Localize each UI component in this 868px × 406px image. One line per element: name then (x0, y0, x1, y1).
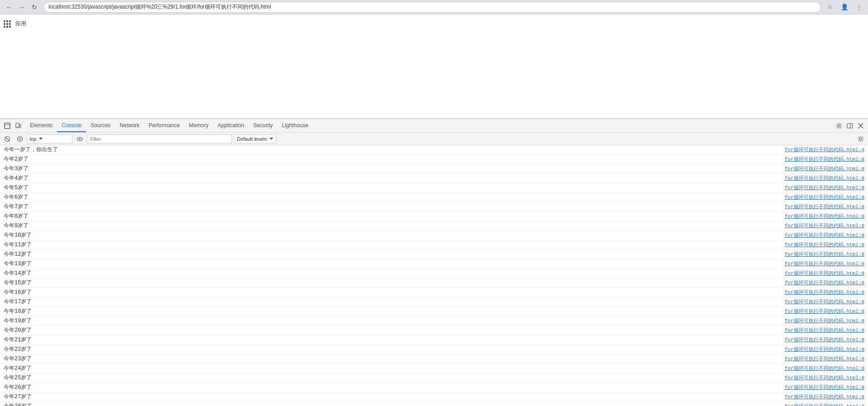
device-toggle-button[interactable] (13, 120, 24, 131)
filter-icon-button[interactable] (14, 134, 25, 144)
console-source-link[interactable]: for循环可执行不同的代码.html:8 (785, 402, 864, 406)
console-source-link[interactable]: for循环可执行不同的代码.html:8 (785, 250, 864, 258)
console-message-text: 今年21岁了 (4, 336, 777, 344)
tab-sources[interactable]: Sources (86, 119, 115, 132)
svg-rect-3 (19, 124, 21, 128)
bookmark-button[interactable]: ☆ (825, 2, 835, 13)
console-row: 今年22岁了for循环可执行不同的代码.html:8 (0, 345, 868, 354)
close-devtools-button[interactable] (855, 120, 866, 131)
console-source-link[interactable]: for循环可执行不同的代码.html:8 (785, 212, 864, 220)
console-row: 今年2岁了for循环可执行不同的代码.html:8 (0, 155, 868, 164)
console-source-link[interactable]: for循环可执行不同的代码.html:8 (785, 155, 864, 163)
console-message-text: 今年一岁了，你出生了 (4, 146, 777, 154)
console-source-link[interactable]: for循环可执行不同的代码.html:8 (785, 307, 864, 315)
console-source-link[interactable]: for循环可执行不同的代码.html:8 (785, 336, 864, 344)
context-selector[interactable]: top (27, 134, 72, 143)
console-source-link[interactable]: for循环可执行不同的代码.html:8 (785, 222, 864, 230)
console-source-link[interactable]: for循环可执行不同的代码.html:8 (785, 364, 864, 373)
console-source-link[interactable]: for循环可执行不同的代码.html:8 (785, 279, 864, 287)
console-message-text: 今年16岁了 (4, 288, 777, 296)
console-message-text: 今年7岁了 (4, 203, 777, 211)
console-source-link[interactable]: for循环可执行不同的代码.html:8 (785, 184, 864, 192)
console-message-text: 今年26岁了 (4, 383, 777, 392)
console-source-link[interactable]: for循环可执行不同的代码.html:8 (785, 231, 864, 239)
tab-performance[interactable]: Performance (144, 119, 184, 132)
console-source-link[interactable]: for循环可执行不同的代码.html:8 (785, 203, 864, 211)
console-source-link[interactable]: for循环可执行不同的代码.html:8 (785, 174, 864, 182)
console-source-link[interactable]: for循环可执行不同的代码.html:8 (785, 260, 864, 268)
console-message-text: 今年6岁了 (4, 193, 777, 201)
tab-security[interactable]: Security (249, 119, 277, 132)
console-settings-button[interactable] (855, 134, 866, 144)
tab-lighthouse[interactable]: Lighthouse (277, 119, 313, 132)
tab-memory[interactable]: Memory (184, 119, 213, 132)
console-message-text: 今年13岁了 (4, 260, 777, 268)
console-source-link[interactable]: for循环可执行不同的代码.html:8 (785, 374, 864, 382)
console-source-link[interactable]: for循环可执行不同的代码.html:8 (785, 269, 864, 277)
dock-button[interactable] (844, 120, 855, 131)
console-row: 今年23岁了for循环可执行不同的代码.html:8 (0, 354, 868, 364)
console-row: 今年15岁了for循环可执行不同的代码.html:8 (0, 278, 868, 288)
console-source-link[interactable]: for循环可执行不同的代码.html:4 (785, 146, 864, 154)
console-message-text: 今年24岁了 (4, 364, 777, 373)
profile-button[interactable]: 👤 (839, 2, 850, 13)
console-row: 今年16岁了for循环可执行不同的代码.html:8 (0, 288, 868, 297)
console-message-text: 今年27岁了 (4, 393, 777, 401)
console-row: 今年6岁了for循环可执行不同的代码.html:8 (0, 193, 868, 202)
console-message-text: 今年28岁了 (4, 402, 777, 406)
context-chevron-icon (39, 138, 43, 140)
forward-button[interactable]: → (16, 2, 27, 13)
console-row: 今年26岁了for循环可执行不同的代码.html:8 (0, 383, 868, 392)
clear-console-button[interactable] (2, 134, 13, 144)
svg-point-18 (860, 138, 862, 140)
settings-button[interactable] (834, 120, 844, 131)
back-button[interactable]: ← (4, 2, 14, 13)
console-source-link[interactable]: for循环可执行不同的代码.html:8 (785, 393, 864, 401)
console-row: 今年24岁了for循环可执行不同的代码.html:8 (0, 364, 868, 373)
url-bar[interactable] (43, 2, 821, 13)
console-source-link[interactable]: for循环可执行不同的代码.html:8 (785, 345, 864, 353)
page-content: 应用 (0, 14, 868, 119)
tab-application[interactable]: Application (213, 119, 249, 132)
console-message-text: 今年17岁了 (4, 298, 777, 306)
console-right-actions (855, 134, 866, 144)
console-message-text: 今年11岁了 (4, 241, 777, 249)
console-message-text: 今年5岁了 (4, 184, 777, 192)
inspect-element-button[interactable] (2, 120, 13, 131)
console-source-link[interactable]: for循环可执行不同的代码.html:8 (785, 165, 864, 173)
apps-label: 应用 (15, 20, 26, 28)
console-source-link[interactable]: for循环可执行不同的代码.html:8 (785, 355, 864, 363)
svg-rect-6 (847, 124, 853, 128)
svg-line-11 (5, 137, 9, 141)
console-output: 今年一岁了，你出生了for循环可执行不同的代码.html:4今年2岁了for循环… (0, 145, 868, 406)
default-levels-button[interactable]: Default levels (234, 134, 276, 143)
reload-button[interactable]: ↻ (29, 2, 40, 13)
console-source-link[interactable]: for循环可执行不同的代码.html:8 (785, 298, 864, 306)
console-source-link[interactable]: for循环可执行不同的代码.html:8 (785, 241, 864, 249)
tab-console[interactable]: Console (57, 119, 86, 132)
console-source-link[interactable]: for循环可执行不同的代码.html:8 (785, 288, 864, 296)
console-message-text: 今年15岁了 (4, 279, 777, 287)
console-source-link[interactable]: for循环可执行不同的代码.html:8 (785, 383, 864, 392)
console-row: 今年14岁了for循环可执行不同的代码.html:8 (0, 269, 868, 278)
console-message-text: 今年20岁了 (4, 326, 777, 334)
console-message-text: 今年10岁了 (4, 231, 777, 239)
console-row: 今年20岁了for循环可执行不同的代码.html:8 (0, 326, 868, 335)
console-source-link[interactable]: for循环可执行不同的代码.html:8 (785, 317, 864, 325)
eye-button[interactable] (74, 134, 85, 144)
menu-button[interactable]: ⋮ (854, 2, 864, 13)
filter-input[interactable] (87, 134, 232, 143)
console-message-text: 今年2岁了 (4, 155, 777, 163)
console-source-link[interactable]: for循环可执行不同的代码.html:8 (785, 193, 864, 201)
context-value: top (29, 136, 36, 142)
svg-rect-0 (5, 123, 10, 129)
console-message-text: 今年3岁了 (4, 165, 777, 173)
console-row: 今年5岁了for循环可执行不同的代码.html:8 (0, 183, 868, 193)
tab-elements[interactable]: Elements (25, 119, 57, 132)
tab-network[interactable]: Network (115, 119, 144, 132)
devtools-panel: Elements Console Sources Network Perform… (0, 119, 868, 406)
console-row: 今年9岁了for循环可执行不同的代码.html:8 (0, 221, 868, 231)
devtools-tabs: Elements Console Sources Network Perform… (25, 119, 834, 132)
console-row: 今年17岁了for循环可执行不同的代码.html:8 (0, 297, 868, 307)
console-source-link[interactable]: for循环可执行不同的代码.html:8 (785, 326, 864, 334)
